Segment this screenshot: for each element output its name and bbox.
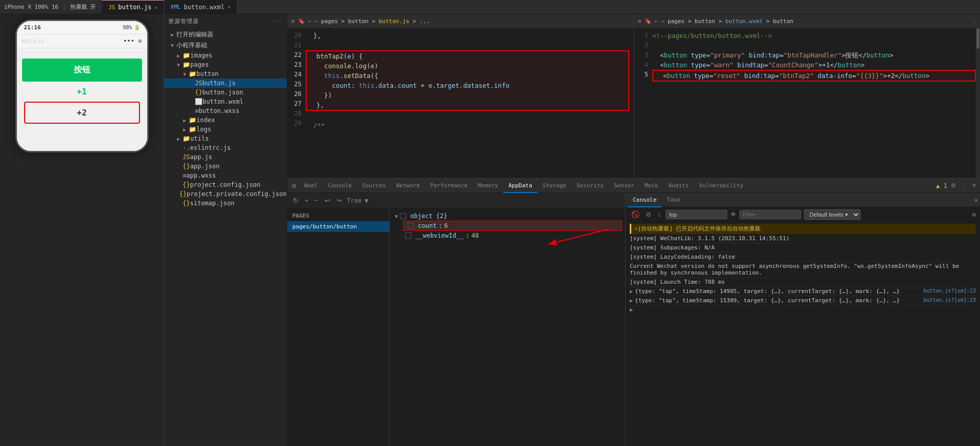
main-layout: 21:16 98% 🔋 Weixin ••• ⊙ 按钮 +1 +2 资源管理器 … xyxy=(0,14,980,446)
code-line-highlighted: <button type="reset" bind:tap="btnTap2" … xyxy=(655,71,973,81)
sidebar-item-projectprivate[interactable]: {} project.private.config.json xyxy=(164,189,287,199)
sidebar-item-appwxss[interactable]: ≡ app.wxss xyxy=(164,171,287,180)
file-icon: {} xyxy=(179,190,186,198)
phone-plus1-button[interactable]: +1 xyxy=(22,82,142,102)
console-tab-task[interactable]: Task xyxy=(662,193,686,207)
devtools-tab-storage[interactable]: Storage xyxy=(537,179,571,193)
sidebar-item-button-wxss[interactable]: ≡ button.wxss xyxy=(164,106,287,115)
phone-menu-icon[interactable]: ••• ⊙ xyxy=(123,37,142,45)
console-close-btn[interactable]: ✕ xyxy=(974,197,978,204)
tab-wxml-label: button.wxml xyxy=(184,4,224,11)
phone-plus2-button[interactable]: +2 xyxy=(24,102,140,124)
console-clear-btn[interactable]: 🚫 xyxy=(630,210,641,218)
console-filter-input[interactable] xyxy=(666,210,727,219)
arrow-icon: ▼ xyxy=(168,43,176,48)
console-search-input[interactable] xyxy=(739,210,801,219)
arrow-icon: ▶ xyxy=(181,127,189,132)
sidebar-item-appjs[interactable]: JS app.js xyxy=(164,152,287,162)
tab-js-close[interactable]: ✕ xyxy=(155,5,158,10)
sidebar-item-index[interactable]: ▶ 📁 index xyxy=(164,115,287,125)
sidebar-item-utils[interactable]: ▶ 📁 utils xyxy=(164,134,287,143)
phone-mockup: 21:16 98% 🔋 Weixin ••• ⊙ 按钮 +1 +2 xyxy=(15,20,149,152)
redo-button[interactable]: ↪ xyxy=(335,197,344,204)
toolbar-forward[interactable]: → xyxy=(314,18,318,25)
console-line-info: [system] WeChatLib: 3.1.5 (2023.10.31 14… xyxy=(630,234,976,243)
tree-node-root[interactable]: ▼ object {2} xyxy=(393,211,622,221)
devtools-tab-performance[interactable]: Performance xyxy=(425,179,473,193)
console-line-expand-1[interactable]: ▶{type: "tap", timeStamp: 14905, target:… xyxy=(630,287,976,296)
console-filter-btn[interactable]: ⊘ xyxy=(644,210,653,218)
console-search-btn[interactable]: ↕ xyxy=(656,210,663,218)
sidebar-item-miniprogram[interactable]: ▼ 小程序基础 xyxy=(164,40,287,51)
folder-icon: 📁 xyxy=(183,135,190,142)
console-eye-icon[interactable]: 👁 xyxy=(730,211,736,218)
console-link-2[interactable]: button.js?[sm]:23 xyxy=(924,297,976,303)
devtools-sidebar-toggle[interactable]: ⊞ xyxy=(289,182,299,189)
devtools-tab-sources[interactable]: Sources xyxy=(357,179,391,193)
sidebar-item-images[interactable]: ▶ 📁 images xyxy=(164,51,287,60)
console-level-select[interactable]: Default levels ▾ xyxy=(804,209,861,220)
sidebar-item-logs[interactable]: ▶ 📁 logs xyxy=(164,125,287,134)
phone-header: Weixin ••• ⊙ xyxy=(17,34,147,48)
console-line-expand-2[interactable]: ▶{type: "tap", timeStamp: 15309, target:… xyxy=(630,296,976,305)
code-lines: <!--pages/button/button.wxml--> <button … xyxy=(652,31,980,178)
code-line: btnTap2(e) { xyxy=(309,51,626,61)
close-button[interactable]: ✕ xyxy=(970,182,978,189)
undo-button[interactable]: ↩ xyxy=(323,197,332,204)
console-tab-console[interactable]: Console xyxy=(628,193,662,207)
console-settings-btn[interactable]: ⚙ xyxy=(972,211,976,218)
toolbar-icon: ≡ xyxy=(638,18,642,25)
sidebar-item-open-editors[interactable]: ▶ 打开的编辑器 xyxy=(164,29,287,40)
sidebar-item-eslintrc[interactable]: · .eslintrc.js xyxy=(164,143,287,152)
devtools-tab-wxml[interactable]: Wxml xyxy=(299,179,323,193)
code-line: <button type="primary" bind:tap="btnTapH… xyxy=(652,50,976,60)
toolbar-forward[interactable]: → xyxy=(661,18,665,25)
sidebar-item-pages[interactable]: ▼ 📁 pages xyxy=(164,60,287,69)
refresh-button[interactable]: ↻ xyxy=(291,197,300,204)
tab-button-js[interactable]: JS button.js ✕ xyxy=(102,0,164,14)
sidebar-item-button-json[interactable]: {} button.json xyxy=(164,88,287,97)
devtools-tab-network[interactable]: Network xyxy=(391,179,425,193)
toolbar-back[interactable]: ← xyxy=(308,18,312,25)
devtools-tab-mock[interactable]: Mock xyxy=(639,179,664,193)
sidebar-item-sitemap[interactable]: {} sitemap.json xyxy=(164,199,287,208)
devtools-tab-console[interactable]: Console xyxy=(323,179,357,193)
line-numbers: 1 2 3 4 5 xyxy=(634,31,652,178)
devtools-tab-sensor[interactable]: Sensor xyxy=(609,179,639,193)
js-icon: JS xyxy=(108,4,115,11)
tree-dropdown-icon[interactable]: ▼ xyxy=(365,197,368,204)
devtools-tab-memory[interactable]: Memory xyxy=(473,179,504,193)
sidebar-item-projectconfig[interactable]: {} project.config.json xyxy=(164,180,287,189)
console-line-info: [system] LazyCodeLoading: false xyxy=(630,253,976,262)
settings-button[interactable]: ⚙ xyxy=(949,182,957,189)
console-input-line: ▶ xyxy=(630,305,976,315)
devtools-tab-security[interactable]: Security xyxy=(571,179,609,193)
tree-checkbox[interactable] xyxy=(408,223,414,229)
add-button[interactable]: + xyxy=(303,197,310,204)
code-line: }) xyxy=(309,90,626,100)
sidebar-item-appjson[interactable]: {} app.json xyxy=(164,162,287,171)
sidebar-more-icon[interactable]: ··· xyxy=(271,18,283,25)
devtools-tab-appdata[interactable]: AppData xyxy=(503,179,537,193)
tree-checkbox[interactable] xyxy=(400,213,406,219)
console-link-1[interactable]: button.js?[sm]:23 xyxy=(924,288,976,294)
tab-wxml-close[interactable]: ✕ xyxy=(228,4,231,10)
remove-button[interactable]: − xyxy=(313,197,321,204)
phone-main-button[interactable]: 按钮 xyxy=(22,59,142,82)
sidebar-item-button-js[interactable]: JS button.js xyxy=(164,79,287,88)
sidebar-item-button[interactable]: ▼ 📁 button xyxy=(164,69,287,79)
devtools-tab-audits[interactable]: Audits xyxy=(663,179,694,193)
toolbar-back[interactable]: ← xyxy=(655,18,658,25)
arrow-icon: ▼ xyxy=(181,71,189,77)
more-button[interactable]: ⋮ xyxy=(959,182,968,189)
tree-checkbox[interactable] xyxy=(405,232,411,239)
sidebar-item-button-wxml[interactable]: ⬜ button.wxml xyxy=(164,97,287,106)
tab-button-wxml[interactable]: XML button.wxml ✕ xyxy=(165,0,237,14)
console-toolbar: 🚫 ⊘ ↕ 👁 Default levels ▾ ⚙ xyxy=(626,207,980,222)
line-numbers: 20 21 22 23 24 25 26 27 28 29 xyxy=(287,31,306,178)
pages-list-item[interactable]: pages/button/button xyxy=(287,221,389,232)
appdata-body: Pages pages/button/button ▼ object {2} xyxy=(287,208,625,446)
devtools-tab-vulnerability[interactable]: Vulnerability xyxy=(694,179,748,193)
hotreload-label[interactable]: 热重载 开 xyxy=(70,3,96,11)
code-line: console.log(e) xyxy=(309,61,626,71)
